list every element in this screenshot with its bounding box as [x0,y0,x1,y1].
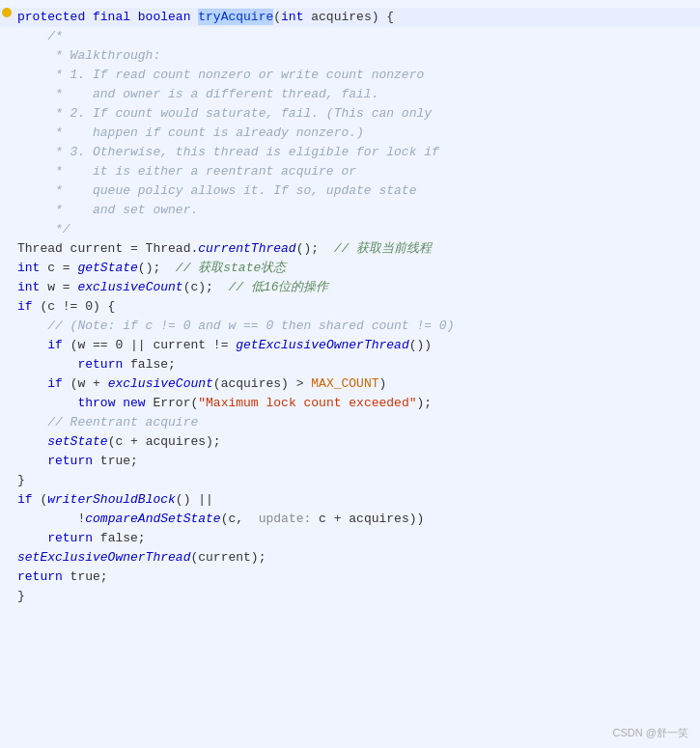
code-line-30: return true; [0,568,700,587]
code-container: protected final boolean tryAcquire(int a… [0,0,700,748]
code-line-9: * it is either a reentrant acquire or [0,162,700,181]
code-line-24: return true; [0,452,700,471]
line-marker-1 [0,8,14,17]
code-line-1: protected final boolean tryAcquire(int a… [0,8,700,27]
code-line-14: int c = getState(); // 获取state状态 [0,259,700,278]
watermark: CSDN @舒一笑 [613,726,688,740]
code-line-28: return false; [0,529,700,548]
code-text-25: } [14,471,700,490]
code-line-15: int w = exclusiveCount(c); // 低16位的操作 [0,278,700,297]
code-text-13: Thread current = Thread.currentThread();… [14,239,700,259]
code-line-13: Thread current = Thread.currentThread();… [0,239,700,259]
code-text-28: return false; [14,529,700,548]
code-text-17: // (Note: if c != 0 and w == 0 then shar… [14,317,700,336]
code-text-8: * 3. Otherwise, this thread is eligible … [14,143,700,162]
code-text-20: if (w + exclusiveCount(acquires) > MAX_C… [14,374,700,394]
code-text-5: * and owner is a different thread, fail. [14,85,700,104]
code-line-31: } [0,587,700,606]
code-line-10: * queue policy allows it. If so, update … [0,181,700,201]
code-text-22: // Reentrant acquire [14,413,700,432]
code-text-12: */ [14,220,700,239]
code-line-5: * and owner is a different thread, fail. [0,85,700,104]
code-line-7: * happen if count is already nonzero.) [0,124,700,143]
code-line-23: setState(c + acquires); [0,432,700,452]
code-line-11: * and set owner. [0,201,700,220]
code-text-7: * happen if count is already nonzero.) [14,124,700,143]
code-line-6: * 2. If count would saturate, fail. (Thi… [0,104,700,124]
code-line-25: } [0,471,700,490]
code-text-11: * and set owner. [14,201,700,220]
code-text-1: protected final boolean tryAcquire(int a… [14,8,700,27]
code-line-29: setExclusiveOwnerThread(current); [0,548,700,568]
code-text-27: !compareAndSetState(c, update: c + acqui… [14,510,700,529]
code-line-22: // Reentrant acquire [0,413,700,432]
code-line-27: !compareAndSetState(c, update: c + acqui… [0,510,700,529]
code-line-20: if (w + exclusiveCount(acquires) > MAX_C… [0,374,700,394]
code-text-23: setState(c + acquires); [14,432,700,452]
code-line-26: if (writerShouldBlock() || [0,490,700,510]
code-text-10: * queue policy allows it. If so, update … [14,181,700,201]
code-line-4: * 1. If read count nonzero or write coun… [0,66,700,85]
code-text-26: if (writerShouldBlock() || [14,490,700,510]
code-text-3: * Walkthrough: [14,46,700,66]
code-block: protected final boolean tryAcquire(int a… [0,0,700,614]
code-text-16: if (c != 0) { [14,297,700,317]
code-text-21: throw new Error("Maximum lock count exce… [14,394,700,413]
code-line-2: /* [0,27,700,46]
code-line-3: * Walkthrough: [0,46,700,66]
code-text-19: return false; [14,355,700,374]
code-line-19: return false; [0,355,700,374]
code-text-14: int c = getState(); // 获取state状态 [14,259,700,278]
code-text-31: } [14,587,700,606]
code-text-6: * 2. If count would saturate, fail. (Thi… [14,104,700,124]
code-text-24: return true; [14,452,700,471]
code-line-18: if (w == 0 || current != getExclusiveOwn… [0,336,700,355]
code-text-29: setExclusiveOwnerThread(current); [14,548,700,568]
code-text-30: return true; [14,568,700,587]
code-text-9: * it is either a reentrant acquire or [14,162,700,181]
code-text-4: * 1. If read count nonzero or write coun… [14,66,700,85]
code-line-8: * 3. Otherwise, this thread is eligible … [0,143,700,162]
code-text-18: if (w == 0 || current != getExclusiveOwn… [14,336,700,355]
code-text-15: int w = exclusiveCount(c); // 低16位的操作 [14,278,700,297]
code-line-21: throw new Error("Maximum lock count exce… [0,394,700,413]
code-line-16: if (c != 0) { [0,297,700,317]
breakpoint-icon [2,8,12,17]
code-line-17: // (Note: if c != 0 and w == 0 then shar… [0,317,700,336]
code-line-12: */ [0,220,700,239]
code-text-2: /* [14,27,700,46]
